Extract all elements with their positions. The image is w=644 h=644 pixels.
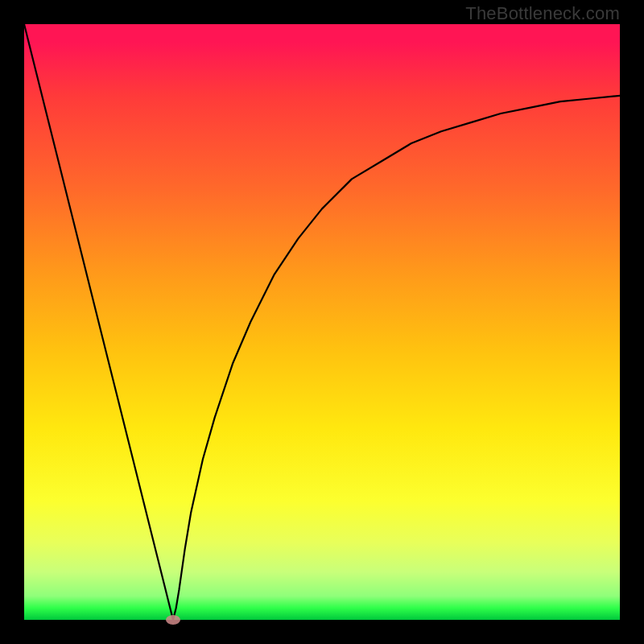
chart-frame: TheBottleneck.com	[0, 0, 644, 644]
curve-svg	[24, 24, 620, 620]
watermark-text: TheBottleneck.com	[465, 3, 620, 24]
bottleneck-curve	[24, 24, 620, 620]
minimum-marker	[166, 615, 180, 625]
plot-area	[24, 24, 620, 620]
